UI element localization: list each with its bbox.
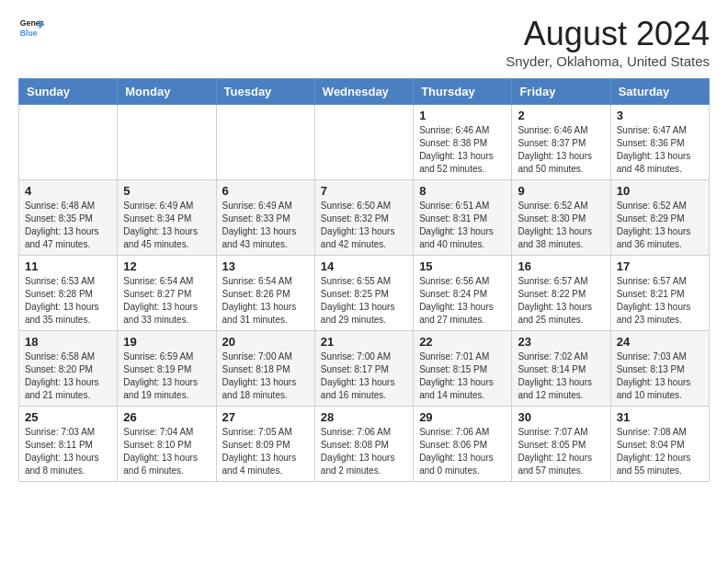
weekday-header-sunday: Sunday xyxy=(19,79,118,105)
day-number: 15 xyxy=(419,259,506,273)
day-info: Sunrise: 7:08 AM Sunset: 8:04 PM Dayligh… xyxy=(617,426,703,477)
day-number: 9 xyxy=(518,184,604,198)
calendar-cell: 6Sunrise: 6:49 AM Sunset: 8:33 PM Daylig… xyxy=(216,180,314,256)
day-info: Sunrise: 6:48 AM Sunset: 8:35 PM Dayligh… xyxy=(25,200,111,251)
day-number: 11 xyxy=(25,259,111,273)
day-info: Sunrise: 7:06 AM Sunset: 8:08 PM Dayligh… xyxy=(321,426,407,477)
day-number: 3 xyxy=(617,109,703,122)
main-title: August 2024 xyxy=(506,15,710,53)
calendar-cell: 27Sunrise: 7:05 AM Sunset: 8:09 PM Dayli… xyxy=(216,407,314,482)
day-number: 20 xyxy=(222,335,309,349)
weekday-header-friday: Friday xyxy=(512,79,610,105)
day-number: 19 xyxy=(123,335,210,349)
calendar-cell: 31Sunrise: 7:08 AM Sunset: 8:04 PM Dayli… xyxy=(610,407,709,482)
logo: General Blue xyxy=(18,15,44,40)
calendar-week-0: 1Sunrise: 6:46 AM Sunset: 8:38 PM Daylig… xyxy=(19,105,710,180)
day-info: Sunrise: 7:01 AM Sunset: 8:15 PM Dayligh… xyxy=(419,350,506,402)
calendar-cell: 8Sunrise: 6:51 AM Sunset: 8:31 PM Daylig… xyxy=(414,180,512,256)
day-number: 28 xyxy=(321,410,407,424)
day-info: Sunrise: 6:52 AM Sunset: 8:29 PM Dayligh… xyxy=(617,200,703,251)
day-number: 14 xyxy=(321,259,407,273)
day-info: Sunrise: 6:54 AM Sunset: 8:26 PM Dayligh… xyxy=(222,275,309,327)
day-info: Sunrise: 7:00 AM Sunset: 8:18 PM Dayligh… xyxy=(222,350,309,402)
calendar-cell xyxy=(118,105,216,180)
calendar-cell: 3Sunrise: 6:47 AM Sunset: 8:36 PM Daylig… xyxy=(610,105,709,180)
calendar-cell: 24Sunrise: 7:03 AM Sunset: 8:13 PM Dayli… xyxy=(610,331,709,407)
calendar-cell: 30Sunrise: 7:07 AM Sunset: 8:05 PM Dayli… xyxy=(512,407,610,482)
day-info: Sunrise: 6:50 AM Sunset: 8:32 PM Dayligh… xyxy=(321,200,407,251)
calendar-cell: 4Sunrise: 6:48 AM Sunset: 8:35 PM Daylig… xyxy=(19,180,118,256)
day-info: Sunrise: 6:54 AM Sunset: 8:27 PM Dayligh… xyxy=(123,275,210,327)
weekday-header-row: SundayMondayTuesdayWednesdayThursdayFrid… xyxy=(19,79,710,105)
calendar-cell: 19Sunrise: 6:59 AM Sunset: 8:19 PM Dayli… xyxy=(118,331,216,407)
calendar-cell: 13Sunrise: 6:54 AM Sunset: 8:26 PM Dayli… xyxy=(216,256,314,331)
calendar-cell: 25Sunrise: 7:03 AM Sunset: 8:11 PM Dayli… xyxy=(19,407,118,482)
calendar-week-1: 4Sunrise: 6:48 AM Sunset: 8:35 PM Daylig… xyxy=(19,180,710,256)
day-info: Sunrise: 6:49 AM Sunset: 8:34 PM Dayligh… xyxy=(123,200,210,251)
day-info: Sunrise: 6:59 AM Sunset: 8:19 PM Dayligh… xyxy=(123,350,210,402)
day-number: 4 xyxy=(25,184,111,198)
day-info: Sunrise: 7:07 AM Sunset: 8:05 PM Dayligh… xyxy=(518,426,604,477)
calendar-cell: 22Sunrise: 7:01 AM Sunset: 8:15 PM Dayli… xyxy=(414,331,512,407)
day-number: 22 xyxy=(419,335,506,349)
calendar-cell: 12Sunrise: 6:54 AM Sunset: 8:27 PM Dayli… xyxy=(118,256,216,331)
svg-text:Blue: Blue xyxy=(20,29,38,38)
calendar-cell: 15Sunrise: 6:56 AM Sunset: 8:24 PM Dayli… xyxy=(414,256,512,331)
calendar-week-3: 18Sunrise: 6:58 AM Sunset: 8:20 PM Dayli… xyxy=(19,331,710,407)
calendar-cell: 21Sunrise: 7:00 AM Sunset: 8:17 PM Dayli… xyxy=(314,331,413,407)
day-info: Sunrise: 7:04 AM Sunset: 8:10 PM Dayligh… xyxy=(123,426,210,477)
day-info: Sunrise: 7:03 AM Sunset: 8:11 PM Dayligh… xyxy=(25,426,111,477)
day-number: 23 xyxy=(518,335,604,349)
day-info: Sunrise: 6:46 AM Sunset: 8:38 PM Dayligh… xyxy=(419,124,506,176)
day-number: 1 xyxy=(419,109,506,122)
calendar-body: 1Sunrise: 6:46 AM Sunset: 8:38 PM Daylig… xyxy=(19,105,710,482)
calendar-cell: 10Sunrise: 6:52 AM Sunset: 8:29 PM Dayli… xyxy=(610,180,709,256)
calendar-cell: 1Sunrise: 6:46 AM Sunset: 8:38 PM Daylig… xyxy=(414,105,512,180)
calendar-cell: 2Sunrise: 6:46 AM Sunset: 8:37 PM Daylig… xyxy=(512,105,610,180)
day-number: 18 xyxy=(25,335,111,349)
calendar-cell: 14Sunrise: 6:55 AM Sunset: 8:25 PM Dayli… xyxy=(314,256,413,331)
calendar-cell xyxy=(216,105,314,180)
day-number: 26 xyxy=(123,410,210,424)
calendar-cell: 23Sunrise: 7:02 AM Sunset: 8:14 PM Dayli… xyxy=(512,331,610,407)
day-info: Sunrise: 6:57 AM Sunset: 8:21 PM Dayligh… xyxy=(617,275,703,327)
day-number: 16 xyxy=(518,259,604,273)
day-number: 31 xyxy=(617,410,703,424)
calendar-cell xyxy=(19,105,118,180)
day-number: 2 xyxy=(518,109,604,122)
calendar-cell: 5Sunrise: 6:49 AM Sunset: 8:34 PM Daylig… xyxy=(118,180,216,256)
calendar-cell: 11Sunrise: 6:53 AM Sunset: 8:28 PM Dayli… xyxy=(19,256,118,331)
day-number: 5 xyxy=(123,184,210,198)
day-number: 12 xyxy=(123,259,210,273)
title-area: August 2024 Snyder, Oklahoma, United Sta… xyxy=(506,15,710,69)
day-number: 30 xyxy=(518,410,604,424)
weekday-header-wednesday: Wednesday xyxy=(314,79,413,105)
day-number: 27 xyxy=(222,410,309,424)
day-info: Sunrise: 6:47 AM Sunset: 8:36 PM Dayligh… xyxy=(617,124,703,176)
calendar-cell: 9Sunrise: 6:52 AM Sunset: 8:30 PM Daylig… xyxy=(512,180,610,256)
day-info: Sunrise: 6:53 AM Sunset: 8:28 PM Dayligh… xyxy=(25,275,111,327)
calendar-cell: 20Sunrise: 7:00 AM Sunset: 8:18 PM Dayli… xyxy=(216,331,314,407)
day-number: 21 xyxy=(321,335,407,349)
calendar-cell: 18Sunrise: 6:58 AM Sunset: 8:20 PM Dayli… xyxy=(19,331,118,407)
logo-icon: General Blue xyxy=(18,15,44,40)
day-info: Sunrise: 6:52 AM Sunset: 8:30 PM Dayligh… xyxy=(518,200,604,251)
day-info: Sunrise: 6:57 AM Sunset: 8:22 PM Dayligh… xyxy=(518,275,604,327)
day-info: Sunrise: 7:00 AM Sunset: 8:17 PM Dayligh… xyxy=(321,350,407,402)
calendar-cell: 29Sunrise: 7:06 AM Sunset: 8:06 PM Dayli… xyxy=(414,407,512,482)
day-number: 10 xyxy=(617,184,703,198)
calendar-table: SundayMondayTuesdayWednesdayThursdayFrid… xyxy=(18,78,710,482)
day-info: Sunrise: 7:05 AM Sunset: 8:09 PM Dayligh… xyxy=(222,426,309,477)
day-info: Sunrise: 6:46 AM Sunset: 8:37 PM Dayligh… xyxy=(518,124,604,176)
subtitle: Snyder, Oklahoma, United States xyxy=(506,53,710,69)
day-info: Sunrise: 6:51 AM Sunset: 8:31 PM Dayligh… xyxy=(419,200,506,251)
day-info: Sunrise: 7:02 AM Sunset: 8:14 PM Dayligh… xyxy=(518,350,604,402)
day-number: 7 xyxy=(321,184,407,198)
calendar-week-2: 11Sunrise: 6:53 AM Sunset: 8:28 PM Dayli… xyxy=(19,256,710,331)
day-info: Sunrise: 6:49 AM Sunset: 8:33 PM Dayligh… xyxy=(222,200,309,251)
day-number: 17 xyxy=(617,259,703,273)
calendar-cell: 17Sunrise: 6:57 AM Sunset: 8:21 PM Dayli… xyxy=(610,256,709,331)
calendar-cell: 28Sunrise: 7:06 AM Sunset: 8:08 PM Dayli… xyxy=(314,407,413,482)
day-info: Sunrise: 6:55 AM Sunset: 8:25 PM Dayligh… xyxy=(321,275,407,327)
weekday-header-monday: Monday xyxy=(118,79,216,105)
